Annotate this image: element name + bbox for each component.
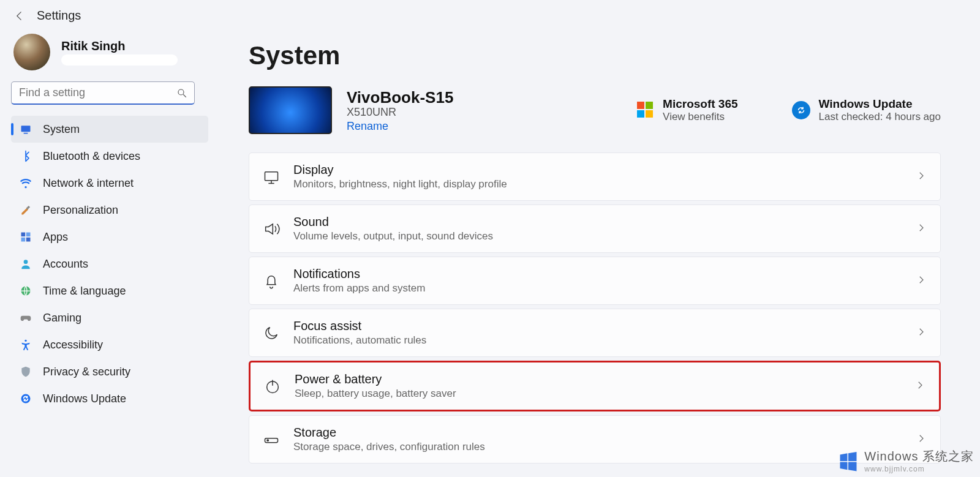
svg-point-0 xyxy=(178,89,184,95)
bluetooth-icon xyxy=(20,150,32,162)
svg-rect-2 xyxy=(24,133,28,134)
card-sub: Sleep, battery usage, battery saver xyxy=(295,388,901,400)
card-sub: Alerts from apps and system xyxy=(293,282,902,295)
chevron-right-icon xyxy=(914,380,925,393)
chevron-right-icon xyxy=(916,222,927,236)
card-sub: Storage space, drives, configuration rul… xyxy=(293,441,902,453)
svg-rect-5 xyxy=(26,233,31,237)
card-sound[interactable]: Sound Volume levels, output, input, soun… xyxy=(249,205,941,253)
chevron-right-icon xyxy=(916,326,927,340)
nav-apps[interactable]: Apps xyxy=(11,223,208,250)
nav-time[interactable]: Time & language xyxy=(11,277,208,304)
nav-label: Personalization xyxy=(43,204,118,217)
accessibility-icon xyxy=(20,339,32,351)
shield-icon xyxy=(20,366,32,378)
promo-sub: Last checked: 4 hours ago xyxy=(819,111,941,123)
svg-rect-6 xyxy=(21,238,26,242)
promo-title: Windows Update xyxy=(819,97,941,111)
nav-label: Gaming xyxy=(43,312,81,325)
nav-update[interactable]: Windows Update xyxy=(11,385,208,412)
sync-icon xyxy=(792,101,810,119)
card-title: Storage xyxy=(293,426,902,440)
storage-icon xyxy=(263,431,280,448)
card-sub: Volume levels, output, input, sound devi… xyxy=(293,230,902,242)
user-card[interactable]: Ritik Singh xyxy=(13,34,208,70)
svg-point-10 xyxy=(24,340,26,342)
window-title: Settings xyxy=(37,9,81,23)
svg-point-8 xyxy=(24,260,28,264)
card-title: Notifications xyxy=(293,267,902,281)
nav-bluetooth[interactable]: Bluetooth & devices xyxy=(11,143,208,170)
person-icon xyxy=(20,258,32,270)
chevron-right-icon xyxy=(916,433,927,446)
card-focus-assist[interactable]: Focus assist Notifications, automatic ru… xyxy=(249,309,941,357)
windows-logo-icon xyxy=(837,450,859,472)
chevron-right-icon xyxy=(916,170,927,184)
svg-point-11 xyxy=(21,394,31,404)
device-name: VivoBook-S15 xyxy=(347,88,567,107)
windows-update-icon xyxy=(20,392,32,405)
nav-network[interactable]: Network & internet xyxy=(11,170,208,197)
svg-rect-4 xyxy=(21,233,26,237)
apps-icon xyxy=(20,231,32,243)
page-title: System xyxy=(249,41,941,70)
monitor-icon xyxy=(20,123,32,135)
card-title: Focus assist xyxy=(293,319,902,333)
back-icon[interactable] xyxy=(13,10,26,22)
chevron-right-icon xyxy=(916,274,927,288)
nav-label: Accessibility xyxy=(43,339,103,351)
svg-rect-1 xyxy=(21,126,31,132)
card-sub: Monitors, brightness, night light, displ… xyxy=(293,178,902,190)
card-title: Sound xyxy=(293,215,902,229)
card-display[interactable]: Display Monitors, brightness, night ligh… xyxy=(249,152,941,201)
search-icon xyxy=(176,88,187,99)
brush-icon xyxy=(20,204,32,216)
card-notifications[interactable]: Notifications Alerts from apps and syste… xyxy=(249,257,941,305)
nav-label: Windows Update xyxy=(43,392,126,405)
nav-label: Time & language xyxy=(43,285,126,298)
nav-label: System xyxy=(43,123,80,136)
device-thumbnail[interactable] xyxy=(249,86,332,134)
nav-personalization[interactable]: Personalization xyxy=(11,197,208,223)
sound-icon xyxy=(263,220,280,238)
gamepad-icon xyxy=(20,312,32,324)
bell-icon xyxy=(263,272,280,290)
card-power-battery[interactable]: Power & battery Sleep, battery usage, ba… xyxy=(249,361,941,411)
display-icon xyxy=(263,168,280,186)
nav: System Bluetooth & devices Network & int… xyxy=(11,116,208,412)
nav-label: Apps xyxy=(43,231,68,244)
nav-system[interactable]: System xyxy=(11,116,208,143)
search-input[interactable] xyxy=(11,81,195,105)
rename-link[interactable]: Rename xyxy=(347,120,567,133)
microsoft-365-card[interactable]: Microsoft 365 View benefits xyxy=(637,97,737,123)
promo-title: Microsoft 365 xyxy=(663,97,737,111)
windows-update-card[interactable]: Windows Update Last checked: 4 hours ago xyxy=(792,97,941,123)
user-email-redacted xyxy=(61,54,178,66)
sidebar: Ritik Singh System Bluetooth & devices N… xyxy=(0,23,208,470)
globe-clock-icon xyxy=(20,285,32,297)
microsoft-365-icon xyxy=(637,102,654,119)
power-icon xyxy=(264,378,281,395)
nav-privacy[interactable]: Privacy & security xyxy=(11,358,208,385)
card-title: Display xyxy=(293,163,902,177)
nav-accessibility[interactable]: Accessibility xyxy=(11,331,208,358)
wifi-icon xyxy=(20,177,32,189)
nav-gaming[interactable]: Gaming xyxy=(11,304,208,331)
user-name: Ritik Singh xyxy=(61,39,178,53)
device-model: X510UNR xyxy=(347,106,567,119)
svg-rect-7 xyxy=(26,238,31,242)
nav-label: Accounts xyxy=(43,258,88,271)
nav-label: Network & internet xyxy=(43,177,134,190)
card-title: Power & battery xyxy=(295,372,901,386)
watermark: Windows 系统之家 www.bjjmlv.com xyxy=(837,448,974,473)
watermark-brand: Windows xyxy=(864,449,918,463)
nav-label: Bluetooth & devices xyxy=(43,150,140,163)
nav-accounts[interactable]: Accounts xyxy=(11,250,208,277)
nav-label: Privacy & security xyxy=(43,366,130,378)
card-sub: Notifications, automatic rules xyxy=(293,334,902,347)
watermark-url: www.bjjmlv.com xyxy=(864,465,974,473)
svg-rect-12 xyxy=(265,171,278,180)
watermark-suffix: 系统之家 xyxy=(918,449,974,463)
avatar xyxy=(13,34,50,70)
moon-icon xyxy=(263,325,280,342)
